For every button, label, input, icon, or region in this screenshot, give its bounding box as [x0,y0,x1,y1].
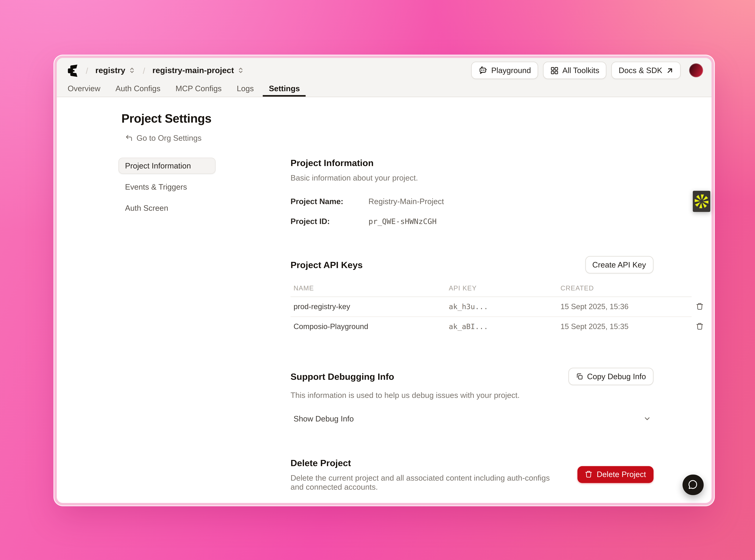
api-keys-header: Project API Keys Create API Key [291,256,653,273]
key-value: ak_h3u... [446,297,557,316]
debug-info-header: Support Debugging Info Copy Debug Info [291,367,653,385]
layout-grid-icon [550,66,559,75]
create-api-key-button[interactable]: Create API Key [585,256,653,273]
tab-logs[interactable]: Logs [231,81,260,96]
settings-main: Project Information Basic information ab… [291,157,653,491]
composio-logo[interactable] [66,64,80,77]
api-keys-section: Project API Keys Create API Key NAME API… [291,256,653,336]
breadcrumb-project-label: registry-main-project [152,66,234,75]
delete-project-button[interactable]: Delete Project [577,466,653,483]
breadcrumb-project-selector[interactable]: registry-main-project [151,65,245,76]
all-toolkits-button[interactable]: All Toolkits [543,62,607,79]
breadcrumb-org-label: registry [95,66,125,75]
go-to-org-settings-label: Go to Org Settings [137,133,202,142]
breadcrumb-org-selector[interactable]: registry [94,65,137,76]
side-widget-button[interactable] [693,191,710,212]
table-row: Composio-Playground ak_aBI... 15 Sept 20… [291,316,692,336]
delete-project-description: Delete the current project and all assoc… [291,473,559,491]
yellow-asterisk-icon [694,194,709,208]
go-to-org-settings-link[interactable]: Go to Org Settings [121,133,205,143]
project-information-section: Project Information Basic information ab… [291,157,653,225]
delete-key-button[interactable] [695,301,705,311]
copy-debug-info-label: Copy Debug Info [587,372,646,381]
app-window: / registry / registry-main-project [57,58,711,503]
project-id-label: Project ID: [291,217,369,225]
breadcrumb-separator: / [142,65,146,75]
tab-settings[interactable]: Settings [263,81,306,96]
tab-overview[interactable]: Overview [62,81,106,96]
corner-up-left-icon [125,134,133,142]
delete-project-text: Delete Project Delete the current projec… [291,457,559,491]
key-created: 15 Sept 2025, 15:36 [557,297,692,316]
project-id-field: Project ID: pr_QWE-sHWNzCGH [291,217,653,225]
arrow-up-right-icon [666,67,673,74]
tab-auth-configs[interactable]: Auth Configs [110,81,166,96]
project-name-value: Registry-Main-Project [369,197,444,205]
docs-sdk-button[interactable]: Docs & SDK [611,62,680,79]
debug-info-description: This information is used to help us debu… [291,391,653,399]
all-toolkits-label: All Toolkits [562,66,599,75]
main-tabs: Overview Auth Configs MCP Configs Logs S… [57,81,711,96]
delete-key-button[interactable] [695,321,705,331]
project-fields: Project Name: Registry-Main-Project Proj… [291,197,653,225]
playground-button[interactable]: Playground [471,62,538,79]
api-keys-table: NAME API KEY CREATED prod-registry-key a… [291,284,692,336]
key-name: Composio-Playground [291,316,446,336]
trash-icon [696,302,704,310]
chevrons-up-down-icon [129,66,136,74]
table-row: prod-registry-key ak_h3u... 15 Sept 2025… [291,297,692,316]
debug-info-section: Support Debugging Info Copy Debug Info T… [291,367,653,427]
desktop-background: / registry / registry-main-project [0,0,755,560]
key-name: prod-registry-key [291,297,446,316]
col-created: CREATED [557,284,692,297]
sidebar-item-auth-screen[interactable]: Auth Screen [118,200,216,216]
top-bar: / registry / registry-main-project [57,58,711,81]
chat-support-button[interactable] [682,474,703,495]
project-id-value: pr_QWE-sHWNzCGH [369,217,437,225]
docs-sdk-label: Docs & SDK [619,66,662,75]
project-name-field: Project Name: Registry-Main-Project [291,197,653,205]
page-title: Project Settings [121,112,711,125]
col-api-key: API KEY [446,284,557,297]
playground-label: Playground [491,66,531,75]
settings-content: Project Information Events & Triggers Au… [57,157,711,491]
delete-project-label: Delete Project [597,470,646,479]
app-header: / registry / registry-main-project [57,58,711,97]
debug-info-title: Support Debugging Info [291,371,394,381]
delete-project-section: Delete Project Delete the current projec… [291,457,653,491]
chevron-down-icon [643,415,651,423]
show-debug-info-label: Show Debug Info [294,414,354,423]
message-bubble-icon [688,479,698,490]
bot-chat-icon [478,66,488,75]
project-name-label: Project Name: [291,197,369,205]
trash-icon [584,471,592,478]
sidebar-item-events-triggers[interactable]: Events & Triggers [118,178,216,195]
tab-mcp-configs[interactable]: MCP Configs [170,81,228,96]
col-name: NAME [291,284,446,297]
show-debug-info-toggle[interactable]: Show Debug Info [291,410,653,427]
breadcrumb-separator: / [84,65,90,75]
delete-project-title: Delete Project [291,457,559,467]
key-value: ak_aBI... [446,316,557,336]
settings-sidebar: Project Information Events & Triggers Au… [118,157,216,491]
chevrons-up-down-icon [238,66,244,74]
trash-icon [696,322,704,330]
key-created: 15 Sept 2025, 15:35 [557,316,692,336]
copy-debug-info-button[interactable]: Copy Debug Info [568,367,653,385]
sidebar-item-project-information[interactable]: Project Information [118,157,216,174]
copy-icon [576,372,583,380]
project-information-title: Project Information [291,157,653,167]
project-information-description: Basic information about your project. [291,173,653,182]
api-keys-table-header-row: NAME API KEY CREATED [291,284,692,297]
user-avatar[interactable] [689,63,703,77]
api-keys-title: Project API Keys [291,259,363,269]
